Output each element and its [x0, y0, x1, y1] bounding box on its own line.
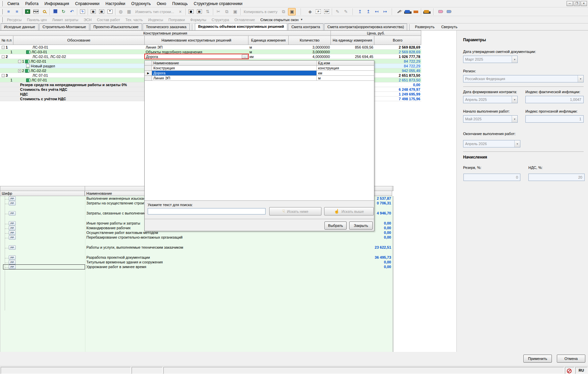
tab-tehnicheskogo-zakazchika[interactable]: Технического заказчика: [143, 23, 190, 30]
editor-value[interactable]: Дорога: [145, 55, 242, 59]
tab-proektno-izyskatelskie[interactable]: Проектно-Изыскательские: [90, 23, 142, 30]
cut-icon[interactable]: ✂: [215, 8, 222, 15]
col-header-edinica[interactable]: Единица измерения: [248, 36, 289, 45]
toolbar-grip[interactable]: [1, 17, 3, 22]
level-top-icon[interactable]: ↥: [364, 8, 372, 15]
col-header-naimenovanie[interactable]: Наименование конструктивных решений: [145, 36, 248, 45]
col-header-shifr[interactable]: Шифр: [0, 191, 85, 196]
expand-toggle-icon[interactable]: -: [2, 46, 5, 49]
resource-p-icon[interactable]: Р: [314, 8, 322, 15]
menu-pomosch[interactable]: Помощь: [169, 0, 191, 7]
contract-date-select[interactable]: Апрель 2025 ▼: [463, 96, 518, 103]
copy-global-icon[interactable]: ◍: [117, 8, 125, 15]
col-header-kolichestvo[interactable]: Количество: [289, 36, 331, 45]
menu-nastroyki[interactable]: Настройки: [102, 0, 128, 7]
panel-sostav-rabot[interactable]: Состав работ: [94, 16, 123, 23]
refresh-icon[interactable]: ↻: [60, 8, 67, 15]
level-up-icon[interactable]: ↥: [356, 8, 364, 15]
minimize-button[interactable]: ─: [567, 1, 573, 6]
book-blue-icon[interactable]: [445, 8, 453, 15]
calculator-icon[interactable]: ▦: [187, 8, 195, 15]
copy-icon[interactable]: ⧉: [223, 8, 231, 15]
chevron-down-icon[interactable]: ▼: [578, 75, 583, 82]
copy-building-icon[interactable]: ▦: [125, 8, 133, 15]
tab-smeta-kontrakta[interactable]: Смета контракта: [288, 23, 323, 30]
expand-toggle-icon[interactable]: -: [2, 55, 5, 58]
list-item[interactable]: РР Титульные временные здания и сооружен…: [0, 260, 393, 264]
maximize-button[interactable]: ❐: [574, 1, 580, 6]
level-right-icon[interactable]: ↦: [381, 8, 389, 15]
work-start-select[interactable]: Май 2025 ▼: [463, 115, 518, 123]
list-item[interactable]: РР Перебазирование строительно-монтажных…: [0, 235, 393, 245]
approval-date-select[interactable]: Март 2025 ▼: [463, 56, 518, 63]
menu-rabota[interactable]: Работа: [22, 0, 42, 7]
list-item-selected[interactable]: РР Удорожание работ в зимнее время 0,00: [0, 264, 393, 269]
pp-badge[interactable]: РР: [9, 260, 16, 264]
copy-pages-icon[interactable]: ⧉: [280, 8, 287, 15]
works-hammer-icon[interactable]: [395, 8, 403, 15]
panel-struktura[interactable]: Структура: [209, 16, 232, 23]
reserve-input[interactable]: 0: [463, 174, 520, 181]
save-icon[interactable]: [51, 8, 59, 15]
panel-oglavlenie[interactable]: Оглавление: [232, 16, 258, 23]
keyboard-layout-indicator[interactable]: RU: [575, 367, 587, 374]
menu-smeta[interactable]: Смета: [4, 0, 22, 7]
select-button[interactable]: Выбрать: [324, 222, 347, 230]
list-item[interactable]: РР Работы и услуги, выполняемые техничес…: [0, 245, 393, 255]
row-delete-icon[interactable]: ▤: [98, 8, 105, 15]
table-row[interactable]: -1 ЛС-03-01 Линия ЭП м 3,0000000 856 609…: [0, 45, 421, 50]
collapse-all-button[interactable]: Свернуть: [438, 23, 461, 30]
paste-pages-icon[interactable]: ▣: [288, 8, 296, 15]
resource-pr-icon[interactable]: ПР: [323, 8, 330, 15]
toolbar-grip[interactable]: [1, 1, 3, 6]
tab-ishodnye-dannye[interactable]: Исходные данные: [1, 23, 39, 30]
menu-okno[interactable]: Окно: [154, 0, 169, 7]
popup-row-selected[interactable]: ▶ Дорога км: [145, 71, 374, 76]
delivery-truck-icon[interactable]: [423, 8, 430, 15]
menu-informacia[interactable]: Информация: [42, 0, 72, 7]
document-add-icon[interactable]: ▤: [196, 8, 203, 15]
panel-indeksy[interactable]: Индексы: [145, 16, 166, 23]
search-input[interactable]: [148, 208, 266, 214]
search-icon[interactable]: [41, 8, 48, 15]
menu-otdohnut[interactable]: Отдохнуть: [128, 0, 154, 7]
search-up-button[interactable]: ☝ Искать выше: [324, 207, 374, 215]
panel-teh-chast[interactable]: Тех. часть: [123, 16, 145, 23]
price-catalog-icon[interactable]: ◆: [306, 8, 314, 15]
tab-vedomost-obemov[interactable]: Ведомость объёмов конструктивных решений: [195, 23, 287, 30]
excel-export-icon[interactable]: X: [24, 8, 31, 15]
chevron-down-icon[interactable]: ▼: [514, 140, 520, 147]
sort-rows-icon[interactable]: ⇅: [204, 8, 212, 15]
cancel-button[interactable]: Отмена: [557, 355, 585, 363]
popup-row[interactable]: Линия ЭП м: [145, 76, 374, 81]
work-end-select[interactable]: Апрель 2026 ▼: [463, 140, 520, 147]
norm-edit-icon[interactable]: ✎: [334, 8, 341, 15]
actual-inflation-input[interactable]: 1,0047: [525, 96, 584, 103]
pdf-export-icon[interactable]: PDF: [32, 8, 40, 15]
book-pink-icon[interactable]: [437, 8, 444, 15]
paste-icon[interactable]: ▣: [231, 8, 239, 15]
comment-icon[interactable]: ❞: [106, 8, 114, 15]
machines-truck-icon[interactable]: [403, 8, 411, 15]
search-down-button[interactable]: ☟ Искать ниже: [269, 207, 321, 215]
name-cell-editor[interactable]: Дорога ...: [144, 54, 249, 59]
structure-tree-icon[interactable]: ≡: [5, 8, 12, 15]
vat-input[interactable]: 20: [528, 174, 585, 181]
panel-panel-cen[interactable]: Панель цен: [24, 16, 49, 23]
pp-badge[interactable]: РР: [9, 231, 16, 235]
open-windows-dropdown[interactable]: Список открытых окон ▼: [258, 18, 305, 22]
pp-badge[interactable]: РР: [9, 226, 16, 230]
pp-badge[interactable]: РР: [9, 265, 16, 269]
col-header-vsego[interactable]: Всего: [374, 36, 421, 45]
apply-button[interactable]: Применить: [523, 355, 552, 363]
structure-add-icon[interactable]: ≡: [13, 8, 21, 15]
tab-stroitelno-montazhnye[interactable]: Строительно-Монтажные: [39, 23, 89, 30]
chevron-down-icon[interactable]: ▼: [512, 56, 517, 63]
pp-badge[interactable]: РР: [9, 211, 16, 215]
panel-formuly[interactable]: Формулы: [188, 16, 209, 23]
region-select[interactable]: Российская Федерация ▼: [463, 75, 584, 82]
expand-toggle-icon[interactable]: -: [18, 60, 21, 63]
chevron-down-icon[interactable]: ▼: [512, 96, 517, 103]
level-left-icon[interactable]: ↤: [373, 8, 380, 15]
menu-structural-refs[interactable]: Структурные справочники: [191, 0, 245, 7]
